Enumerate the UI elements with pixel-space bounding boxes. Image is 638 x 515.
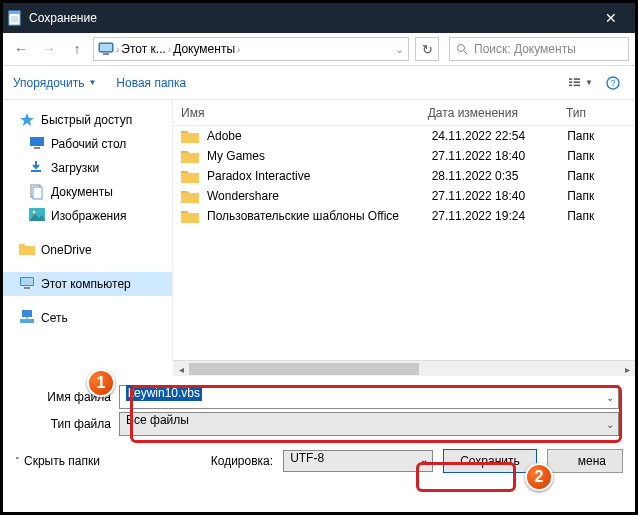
organize-button[interactable]: Упорядочить ▼ [13, 76, 96, 90]
breadcrumb[interactable]: › Этот к... › Документы › ⌄ [93, 37, 409, 61]
folder-icon [181, 149, 199, 163]
folder-icon [19, 242, 35, 258]
sidebar-documents[interactable]: Документы [3, 180, 172, 204]
svg-rect-14 [574, 81, 580, 83]
svg-rect-10 [569, 78, 572, 80]
annotation-badge-1: 1 [87, 369, 115, 397]
scroll-left-icon[interactable]: ◂ [173, 361, 189, 377]
list-item[interactable]: Adobe 24.11.2022 22:54 Папк [173, 126, 635, 146]
column-name[interactable]: Имя [181, 106, 428, 120]
help-button[interactable]: ? [601, 73, 625, 93]
list-item[interactable]: Пользовательские шаблоны Office 27.11.20… [173, 206, 635, 226]
svg-rect-11 [569, 81, 572, 83]
filetype-label: Тип файла [19, 417, 119, 431]
chevron-right-icon: › [116, 44, 119, 55]
column-date[interactable]: Дата изменения [428, 106, 566, 120]
star-icon [19, 112, 35, 128]
sidebar-pictures[interactable]: Изображения [3, 204, 172, 228]
chevron-down-icon[interactable]: ⌄ [420, 454, 428, 465]
svg-rect-6 [100, 44, 112, 51]
svg-line-9 [464, 51, 467, 54]
svg-rect-30 [20, 319, 34, 323]
address-bar: ← → ↑ › Этот к... › Документы › ⌄ ↻ Поис… [3, 33, 635, 66]
chevron-down-icon[interactable]: ⌄ [395, 43, 404, 56]
hide-folders-button[interactable]: ˄ Скрыть папки [15, 454, 100, 468]
svg-point-8 [458, 45, 465, 52]
network-icon [19, 310, 35, 326]
back-button[interactable]: ← [9, 37, 33, 61]
close-icon[interactable]: ✕ [591, 3, 631, 33]
svg-rect-1 [9, 11, 20, 14]
pictures-icon [29, 208, 45, 224]
svg-rect-19 [30, 137, 44, 146]
sidebar-this-pc[interactable]: Этот компьютер [3, 272, 172, 296]
chevron-up-icon: ˄ [15, 456, 20, 466]
download-icon [29, 160, 45, 176]
encoding-select[interactable]: UTF-8 ⌄ [283, 450, 433, 472]
svg-rect-22 [33, 187, 42, 199]
svg-rect-29 [22, 310, 32, 317]
svg-rect-28 [24, 287, 30, 289]
list-item[interactable]: Paradox Interactive 28.11.2022 0:35 Папк [173, 166, 635, 186]
svg-marker-18 [20, 113, 34, 126]
list-item[interactable]: My Games 27.11.2022 18:40 Папк [173, 146, 635, 166]
toolbar: Упорядочить ▼ Новая папка ▼ ? [3, 66, 635, 100]
chevron-down-icon[interactable]: ⌄ [606, 392, 614, 403]
sidebar: Быстрый доступ Рабочий стол Загрузки Док… [3, 100, 173, 360]
sidebar-network[interactable]: Сеть [3, 306, 172, 330]
pc-icon [98, 42, 114, 56]
search-placeholder: Поиск: Документы [474, 42, 576, 56]
svg-point-24 [33, 211, 36, 214]
main-area: Быстрый доступ Рабочий стол Загрузки Док… [3, 100, 635, 360]
horizontal-scrollbar[interactable]: ◂ ▸ [173, 360, 635, 376]
chevron-right-icon: › [168, 44, 171, 55]
column-headers: Имя Дата изменения Тип [173, 100, 635, 126]
sidebar-quick-access[interactable]: Быстрый доступ [3, 108, 172, 132]
folder-icon [181, 189, 199, 203]
sidebar-downloads[interactable]: Загрузки [3, 156, 172, 180]
list-item[interactable]: Wondershare 27.11.2022 18:40 Папк [173, 186, 635, 206]
folder-icon [181, 129, 199, 143]
file-list: Имя Дата изменения Тип Adobe 24.11.2022 … [173, 100, 635, 360]
search-input[interactable]: Поиск: Документы [449, 37, 629, 61]
encoding-label: Кодировка: [211, 454, 273, 468]
refresh-button[interactable]: ↻ [415, 37, 439, 61]
view-button[interactable]: ▼ [569, 73, 593, 93]
sidebar-desktop[interactable]: Рабочий стол [3, 132, 172, 156]
desktop-icon [29, 136, 45, 152]
titlebar: Сохранение ✕ [3, 3, 635, 33]
svg-rect-13 [574, 78, 580, 80]
new-folder-button[interactable]: Новая папка [116, 76, 186, 90]
sidebar-onedrive[interactable]: OneDrive [3, 238, 172, 262]
svg-text:?: ? [610, 78, 615, 88]
filename-input[interactable]: keywin10.vbs ⌄ [119, 385, 619, 409]
svg-rect-7 [103, 53, 109, 55]
cancel-button[interactable]: мена [547, 449, 623, 473]
svg-rect-15 [574, 84, 580, 86]
search-icon [456, 43, 468, 55]
chevron-down-icon: ▼ [88, 78, 96, 87]
documents-icon [29, 184, 45, 200]
up-button[interactable]: ↑ [65, 37, 89, 61]
notepad-icon [7, 10, 23, 26]
chevron-down-icon[interactable]: ⌄ [606, 419, 614, 430]
scroll-right-icon[interactable]: ▸ [619, 361, 635, 377]
annotation-badge-2: 2 [525, 463, 553, 491]
breadcrumb-segment[interactable]: Этот к... [121, 42, 165, 56]
svg-rect-27 [21, 278, 33, 285]
chevron-right-icon: › [237, 44, 240, 55]
filetype-select[interactable]: Все файлы ⌄ [119, 412, 619, 436]
svg-rect-20 [34, 147, 40, 149]
column-type[interactable]: Тип [566, 106, 635, 120]
folder-icon [181, 209, 199, 223]
breadcrumb-segment[interactable]: Документы [173, 42, 235, 56]
svg-rect-12 [569, 84, 572, 86]
scrollbar-thumb[interactable] [189, 363, 419, 375]
window-title: Сохранение [29, 11, 97, 25]
pc-icon [19, 276, 35, 292]
save-button[interactable]: Сохранить [443, 449, 537, 473]
forward-button[interactable]: → [37, 37, 61, 61]
folder-icon [181, 169, 199, 183]
